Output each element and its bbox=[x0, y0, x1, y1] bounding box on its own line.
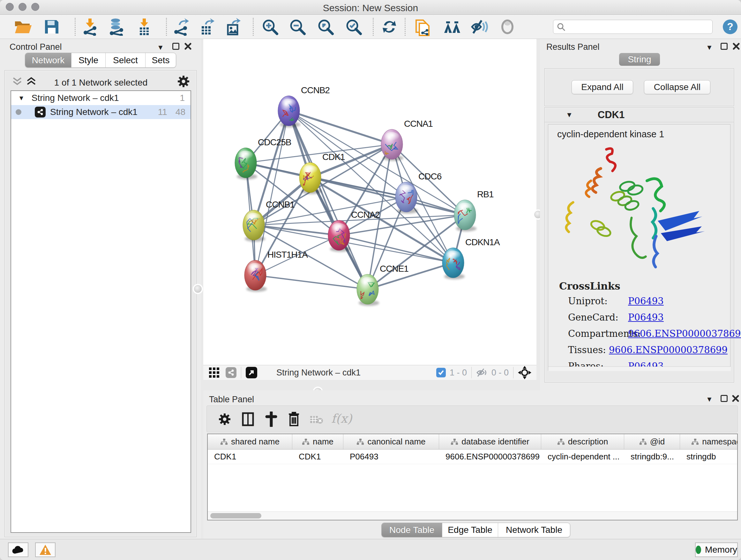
table-cell[interactable]: CDK1 bbox=[208, 449, 292, 464]
network-node[interactable]: CDKN1A bbox=[442, 237, 500, 279]
network-edge[interactable] bbox=[289, 111, 367, 289]
hide-selected-button[interactable] bbox=[469, 17, 491, 37]
zoom-out-button[interactable] bbox=[286, 17, 308, 37]
column-header-databaseidentifier[interactable]: database identifier bbox=[439, 434, 541, 449]
toolbar-separator bbox=[253, 18, 254, 36]
warning-status-button[interactable] bbox=[35, 543, 56, 557]
network-canvas[interactable]: CCNB2CCNA1CDC25BCDK1CDC6RB1CCNB1CCNA2CDK… bbox=[203, 39, 536, 365]
caret-down-icon[interactable]: ▼ bbox=[18, 95, 24, 102]
horizontal-scrollbar-track[interactable] bbox=[548, 367, 731, 371]
zoom-selected-button[interactable] bbox=[343, 17, 364, 37]
selected-checkbox-icon[interactable] bbox=[436, 368, 446, 377]
crosslink-value-link[interactable]: 9606.ENSP00000378699 bbox=[628, 328, 741, 339]
scrollbar-thumb[interactable] bbox=[210, 513, 261, 518]
float-panel-icon[interactable] bbox=[172, 43, 179, 50]
search-field[interactable] bbox=[553, 20, 713, 34]
network-node[interactable]: RB1 bbox=[454, 189, 494, 232]
protein-description: cyclin-dependent kinase 1 bbox=[557, 129, 664, 139]
crosslink-row: GeneCard: P06493 bbox=[568, 312, 728, 323]
table-cell[interactable]: 9606.ENSP00000378699 bbox=[439, 449, 541, 464]
table-row[interactable]: CDK1CDK1P064939606.ENSP00000378699cyclin… bbox=[208, 449, 737, 464]
hidden-eye-icon[interactable] bbox=[476, 368, 488, 377]
gear-icon[interactable] bbox=[218, 413, 231, 426]
network-node[interactable]: CCNA1 bbox=[381, 119, 433, 161]
zoom-in-button[interactable] bbox=[259, 17, 281, 37]
open-session-button[interactable] bbox=[12, 17, 34, 37]
crosslink-value-link[interactable]: P06493 bbox=[628, 296, 664, 307]
column-header-label: name bbox=[313, 437, 333, 447]
table-horizontal-scrollbar[interactable] bbox=[208, 511, 737, 520]
import-network-button[interactable] bbox=[79, 17, 101, 37]
tab-sets[interactable]: Sets bbox=[145, 53, 176, 67]
copy-network-button[interactable] bbox=[412, 17, 434, 37]
tab-select[interactable]: Select bbox=[106, 53, 145, 67]
column-header-id[interactable]: @id bbox=[624, 434, 680, 449]
export-table-button[interactable] bbox=[196, 17, 218, 37]
column-header-namespace[interactable]: namespace bbox=[680, 434, 738, 449]
network-edge[interactable] bbox=[255, 275, 367, 289]
search-input[interactable] bbox=[568, 22, 709, 32]
close-panel-icon[interactable] bbox=[732, 395, 739, 402]
node-label: CDC25B bbox=[258, 137, 291, 147]
table-cell[interactable]: stringdb:9... bbox=[624, 449, 680, 464]
expand-all-button[interactable]: Expand All bbox=[571, 80, 633, 94]
network-tab-body: 1 of 1 Network selected ▼ String Network… bbox=[4, 70, 197, 537]
save-session-button[interactable] bbox=[41, 17, 63, 37]
collapse-panel-icon[interactable]: ▼ bbox=[706, 395, 713, 403]
table-cell[interactable]: CDK1 bbox=[292, 449, 343, 464]
export-network-button[interactable] bbox=[171, 17, 192, 37]
left-splitter-handle[interactable] bbox=[194, 285, 202, 293]
network-collection-row[interactable]: ▼ String Network – cdk1 1 bbox=[11, 91, 191, 105]
add-column-icon[interactable] bbox=[265, 412, 278, 427]
tab-edge-table[interactable]: Edge Table bbox=[442, 523, 498, 537]
refresh-button[interactable] bbox=[379, 17, 400, 37]
help-button[interactable]: ? bbox=[719, 17, 741, 37]
close-panel-icon[interactable] bbox=[733, 43, 740, 50]
show-columns-icon[interactable] bbox=[242, 412, 254, 426]
zoom-in-icon bbox=[261, 18, 279, 36]
column-header-description[interactable]: description bbox=[541, 434, 624, 449]
gear-icon[interactable] bbox=[177, 75, 190, 88]
tab-string[interactable]: String bbox=[619, 53, 660, 66]
column-header-name[interactable]: name bbox=[292, 434, 343, 449]
import-database-button[interactable] bbox=[105, 17, 127, 37]
export-image-button[interactable] bbox=[222, 17, 244, 37]
grid-mode-icon[interactable] bbox=[208, 367, 220, 378]
collapse-all-button[interactable]: Collapse All bbox=[644, 80, 711, 94]
close-panel-icon[interactable] bbox=[185, 43, 192, 50]
table-cell[interactable]: P06493 bbox=[343, 449, 439, 464]
protein-structure-image bbox=[555, 144, 727, 273]
crosslinks-list: Uniprot: P06493 GeneCard: P06493 Compart… bbox=[568, 296, 728, 377]
show-all-button[interactable] bbox=[496, 17, 518, 37]
birdseye-button[interactable] bbox=[442, 17, 463, 37]
fit-content-crosshair-icon[interactable] bbox=[518, 366, 531, 379]
column-header-canonicalname[interactable]: canonical name bbox=[343, 434, 439, 449]
tab-style[interactable]: Style bbox=[71, 53, 106, 67]
table-cell[interactable]: stringdb bbox=[680, 449, 738, 464]
network-edge[interactable] bbox=[289, 111, 465, 215]
detach-view-icon[interactable] bbox=[246, 367, 257, 378]
float-panel-icon[interactable] bbox=[721, 395, 728, 402]
collapse-panel-icon[interactable]: ▼ bbox=[706, 44, 713, 52]
zoom-fit-button[interactable] bbox=[315, 17, 336, 37]
crosslink-value-link[interactable]: P06493 bbox=[628, 312, 664, 323]
string-view-icon[interactable] bbox=[226, 367, 237, 378]
column-header-sharedname[interactable]: shared name bbox=[208, 434, 292, 449]
caret-down-icon[interactable]: ▼ bbox=[566, 111, 573, 119]
network-row-selected[interactable]: String Network – cdk1 11 48 bbox=[11, 105, 191, 119]
cloud-status-button[interactable] bbox=[8, 543, 28, 557]
tab-network[interactable]: Network bbox=[25, 53, 71, 67]
network-edge[interactable] bbox=[254, 225, 339, 235]
memory-button[interactable]: Memory bbox=[695, 543, 738, 557]
tab-node-table[interactable]: Node Table bbox=[382, 523, 442, 537]
tab-network-table[interactable]: Network Table bbox=[498, 523, 570, 537]
network-graph[interactable]: CCNB2CCNA1CDC25BCDK1CDC6RB1CCNB1CCNA2CDK… bbox=[203, 39, 536, 365]
table-cell[interactable]: cyclin-dependent ... bbox=[541, 449, 624, 464]
network-edge[interactable] bbox=[289, 111, 392, 144]
float-panel-icon[interactable] bbox=[721, 43, 728, 50]
import-table-button[interactable] bbox=[133, 17, 155, 37]
delete-column-icon[interactable] bbox=[288, 412, 300, 427]
collapse-panel-icon[interactable]: ▼ bbox=[157, 44, 164, 52]
crosslink-value-link[interactable]: 9606.ENSP00000378699 bbox=[609, 345, 728, 355]
protein-card-header[interactable]: ▼ CDK1 bbox=[545, 108, 734, 122]
